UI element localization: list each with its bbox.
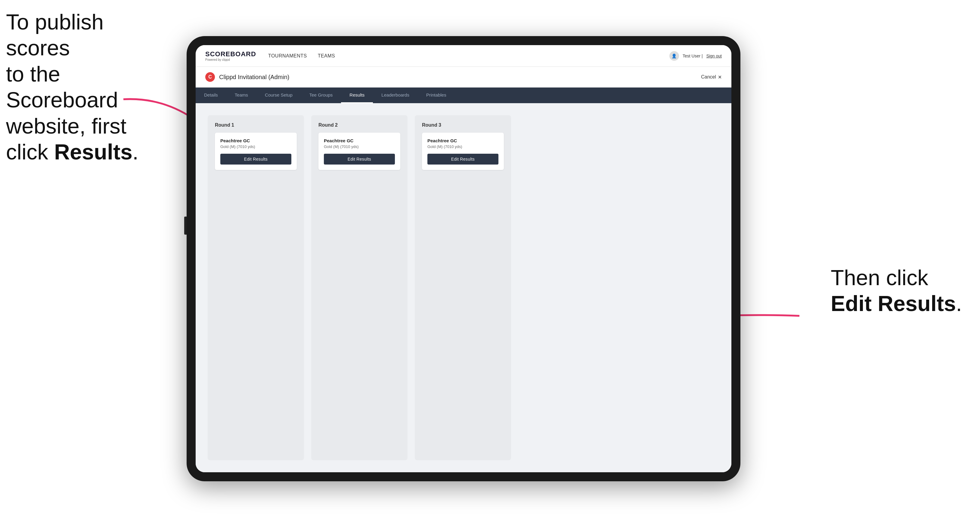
logo-text: SCOREBOARD [205, 50, 256, 58]
round-2-course: Peachtree GC [324, 138, 395, 143]
nav-teams[interactable]: TEAMS [318, 53, 335, 59]
tab-results[interactable]: Results [341, 87, 373, 103]
close-icon: ✕ [718, 74, 722, 80]
tablet-screen: SCOREBOARD Powered by clippd TOURNAMENTS… [196, 45, 732, 472]
user-avatar: 👤 [670, 51, 679, 61]
main-content: Round 1 Peachtree GC Gold (M) (7010 yds)… [196, 103, 732, 472]
tablet-device: SCOREBOARD Powered by clippd TOURNAMENTS… [187, 36, 740, 481]
round-2-title: Round 2 [318, 122, 400, 128]
annotation-line4-prefix: click [6, 140, 54, 164]
round-2-card: Peachtree GC Gold (M) (7010 yds) Edit Re… [318, 133, 400, 170]
annotation-right-line2-suffix: . [956, 292, 962, 316]
annotation-line4-bold: Results [54, 140, 132, 164]
round-1-card: Peachtree GC Gold (M) (7010 yds) Edit Re… [215, 133, 297, 170]
annotation-left: To publish scores to the Scoreboard webs… [6, 9, 151, 165]
annotation-line4-suffix: . [132, 140, 138, 164]
annotation-line2: to the Scoreboard [6, 62, 118, 112]
tab-tee-groups[interactable]: Tee Groups [301, 87, 341, 103]
edit-results-button-2[interactable]: Edit Results [324, 154, 395, 165]
round-3-column: Round 3 Peachtree GC Gold (M) (7010 yds)… [415, 115, 511, 460]
tab-details[interactable]: Details [196, 87, 226, 103]
user-name: Test User | [682, 54, 703, 58]
logo-sub: Powered by clippd [205, 58, 256, 61]
top-navigation: SCOREBOARD Powered by clippd TOURNAMENTS… [196, 45, 732, 67]
round-1-title: Round 1 [215, 122, 297, 128]
tournament-name: Clippd Invitational (Admin) [219, 74, 289, 81]
nav-links: TOURNAMENTS TEAMS [268, 53, 670, 59]
round-3-card: Peachtree GC Gold (M) (7010 yds) Edit Re… [422, 133, 504, 170]
edit-results-button-3[interactable]: Edit Results [427, 154, 498, 165]
tab-bar: Details Teams Course Setup Tee Groups Re… [196, 87, 732, 103]
tab-teams[interactable]: Teams [226, 87, 256, 103]
round-3-title: Round 3 [422, 122, 504, 128]
round-2-column: Round 2 Peachtree GC Gold (M) (7010 yds)… [311, 115, 407, 460]
tournament-title-row: C Clippd Invitational (Admin) [205, 72, 289, 82]
cancel-button[interactable]: Cancel ✕ [701, 74, 722, 80]
round-3-details: Gold (M) (7010 yds) [427, 144, 498, 149]
tab-course-setup[interactable]: Course Setup [256, 87, 301, 103]
annotation-right-line1: Then click [831, 266, 928, 290]
annotation-line1: To publish scores [6, 10, 103, 60]
tournament-header: C Clippd Invitational (Admin) Cancel ✕ [196, 67, 732, 87]
round-1-column: Round 1 Peachtree GC Gold (M) (7010 yds)… [208, 115, 304, 460]
tab-printables[interactable]: Printables [418, 87, 455, 103]
edit-results-button-1[interactable]: Edit Results [220, 154, 291, 165]
round-3-course: Peachtree GC [427, 138, 498, 143]
annotation-right-line2-bold: Edit Results [831, 292, 956, 316]
round-1-details: Gold (M) (7010 yds) [220, 144, 291, 149]
nav-right: 👤 Test User | Sign out [670, 51, 722, 61]
logo-area: SCOREBOARD Powered by clippd [205, 50, 256, 61]
round-1-course: Peachtree GC [220, 138, 291, 143]
annotation-line3: website, first [6, 114, 126, 138]
sign-out-link[interactable]: Sign out [706, 54, 722, 58]
annotation-right: Then click Edit Results. [831, 265, 962, 317]
tab-leaderboards[interactable]: Leaderboards [373, 87, 418, 103]
nav-tournaments[interactable]: TOURNAMENTS [268, 53, 307, 59]
tournament-icon: C [205, 72, 215, 82]
cancel-label: Cancel [701, 74, 716, 80]
round-2-details: Gold (M) (7010 yds) [324, 144, 395, 149]
